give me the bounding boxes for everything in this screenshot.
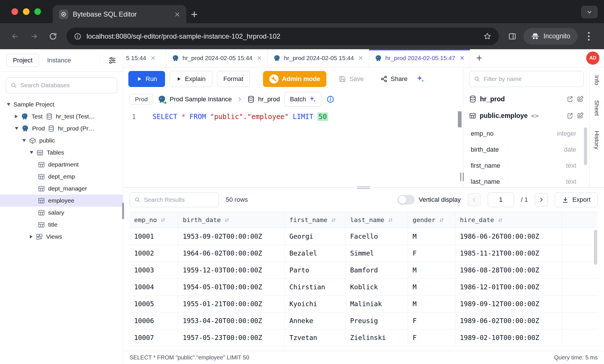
bookmark-star-icon[interactable] — [483, 32, 491, 40]
maximize-window-button[interactable] — [34, 8, 41, 15]
column-header[interactable]: gender — [408, 212, 455, 228]
back-button[interactable] — [7, 29, 23, 44]
tree-item-tables-group[interactable]: Tables — [0, 147, 123, 159]
tree-item-table-salary[interactable]: salary — [0, 207, 123, 219]
search-databases-input[interactable] — [20, 82, 112, 89]
results-search-box[interactable] — [130, 192, 219, 207]
user-avatar[interactable]: AD — [586, 52, 599, 65]
vertical-display-toggle[interactable] — [397, 195, 415, 205]
run-button[interactable]: Run — [128, 71, 165, 87]
editor-scrollbar[interactable] — [458, 111, 462, 127]
close-worksheet-icon[interactable]: × — [151, 54, 155, 62]
share-button[interactable]: Share — [377, 71, 411, 87]
browser-tab[interactable]: Bytebase SQL Editor × — [53, 5, 186, 23]
column-row[interactable]: birth_date date — [463, 142, 589, 158]
table-row[interactable]: 10003 1959-12-03T00:00:00Z Parto Bamford… — [130, 262, 598, 279]
close-worksheet-icon[interactable]: × — [460, 54, 464, 62]
export-button[interactable]: Export — [555, 192, 598, 207]
tab-search-button[interactable] — [581, 6, 598, 18]
tree-item-prod-db[interactable]: Prod hr_prod (Pr… — [0, 122, 123, 134]
filter-box[interactable] — [469, 71, 584, 87]
search-results-input[interactable] — [144, 196, 214, 203]
column-header[interactable]: emp_no — [130, 212, 178, 228]
table-row[interactable]: 10002 1964-06-02T00:00:00Z Bezalel Simme… — [130, 245, 598, 262]
tree-item-table-employee[interactable]: employee — [0, 195, 123, 207]
instance-item[interactable]: Prod Sample Instance — [158, 95, 232, 104]
table-row[interactable]: 10005 1955-01-21T00:00:00Z Kyoichi Malin… — [130, 296, 598, 312]
column-header[interactable]: birth_date — [178, 212, 285, 228]
column-header[interactable]: first_name — [285, 212, 346, 228]
close-tab-icon[interactable]: × — [174, 10, 180, 19]
tree-item-test-db[interactable]: Test hr_test (Test… — [0, 110, 123, 122]
side-panel-button[interactable] — [505, 29, 520, 44]
filter-settings-icon[interactable] — [108, 56, 117, 65]
forward-button[interactable] — [26, 29, 42, 44]
page-number-input[interactable] — [488, 192, 514, 207]
sort-icon[interactable] — [439, 217, 444, 223]
schema-database-row[interactable]: hr_prod — [463, 91, 589, 107]
table-row[interactable]: 10001 1953-09-02T00:00:00Z Georgi Facell… — [130, 228, 598, 245]
sort-icon[interactable] — [331, 217, 336, 223]
sort-icon[interactable] — [160, 217, 166, 223]
worksheet-tab[interactable]: hr_prod 2024-02-05 15:44 × — [166, 49, 268, 67]
column-header[interactable]: hire_date — [455, 212, 562, 228]
environment-chip[interactable]: Prod — [130, 94, 153, 105]
reload-button[interactable] — [45, 29, 61, 44]
column-row[interactable]: first_name text — [463, 158, 589, 174]
ai-assistant-icon[interactable] — [416, 75, 425, 83]
close-worksheet-icon[interactable]: × — [358, 54, 363, 62]
worksheet-tab-active[interactable]: hr_prod 2024-02-05 15:47 × — [369, 49, 470, 67]
previous-page-button[interactable] — [468, 193, 481, 206]
tree-item-table-title[interactable]: title — [0, 219, 123, 231]
column-row[interactable]: emp_no integer — [463, 126, 589, 142]
format-button[interactable]: Format — [217, 71, 250, 87]
column-row[interactable]: last_name text — [463, 174, 589, 187]
minimize-window-button[interactable] — [23, 8, 30, 15]
address-bar[interactable]: localhost:8080/sql-editor/prod-sample-in… — [66, 27, 499, 45]
browser-menu-button[interactable] — [581, 29, 597, 44]
sort-icon[interactable] — [388, 217, 393, 223]
database-item[interactable]: hr_prod — [247, 96, 280, 103]
sort-icon[interactable] — [224, 217, 230, 223]
panel-resize-handle[interactable] — [460, 173, 464, 181]
table-row[interactable]: 10006 1953-04-20T00:00:00Z Anneke Preusi… — [130, 312, 598, 329]
tree-item-project[interactable]: Sample Project — [0, 98, 123, 110]
site-info-icon[interactable] — [74, 33, 81, 40]
schema-table-row[interactable]: public.employe <> — [463, 107, 589, 124]
explain-button[interactable]: Explain — [170, 71, 212, 87]
sort-icon[interactable] — [497, 217, 503, 223]
save-button[interactable]: Save — [336, 71, 367, 87]
tab-info[interactable]: Info — [593, 75, 600, 85]
sql-editor[interactable]: 1 SELECT * FROM "public"."employee" LIMI… — [123, 108, 463, 187]
info-icon[interactable] — [326, 95, 334, 103]
tree-item-table-dept-manager[interactable]: dept_manager — [0, 183, 123, 195]
tree-item-schema-public[interactable]: public — [0, 134, 123, 147]
admin-mode-button[interactable]: Admin mode — [263, 71, 326, 87]
tree-item-table-dept-emp[interactable]: dept_emp — [0, 171, 123, 183]
worksheet-tab[interactable]: hr_prod 2024-02-05 15:44 × — [268, 49, 369, 67]
close-window-button[interactable] — [11, 8, 18, 15]
external-link-icon[interactable] — [566, 96, 573, 102]
tree-item-views-group[interactable]: Views — [0, 231, 123, 243]
tab-history[interactable]: History — [593, 131, 600, 149]
tab-sheet[interactable]: Sheet — [593, 100, 600, 116]
results-scrollbar[interactable] — [594, 230, 597, 265]
close-worksheet-icon[interactable]: × — [257, 54, 262, 62]
tree-item-table-department[interactable]: department — [0, 159, 123, 171]
edit-icon[interactable] — [577, 96, 584, 102]
column-header[interactable]: last_name — [346, 212, 408, 228]
tab-instance[interactable]: Instance — [47, 57, 71, 64]
database-search-box[interactable] — [6, 77, 117, 93]
batch-button[interactable]: Batch — [285, 92, 322, 107]
next-page-button[interactable] — [535, 193, 548, 206]
filter-by-name-input[interactable] — [484, 76, 579, 82]
worksheet-tab-partial[interactable]: 5 15:44 × — [123, 49, 166, 67]
add-worksheet-button[interactable]: + — [470, 49, 488, 67]
panel-splitter-handle[interactable] — [354, 185, 373, 190]
tab-project[interactable]: Project — [6, 54, 39, 67]
edit-icon[interactable] — [577, 112, 584, 119]
table-row[interactable]: 10007 1957-05-23T00:00:00Z Tzvetan Zieli… — [130, 329, 598, 346]
new-tab-button[interactable]: + — [186, 6, 202, 22]
column-list-scrollbar[interactable] — [584, 127, 587, 165]
table-row[interactable]: 10004 1954-05-01T00:00:00Z Chirstian Kob… — [130, 279, 598, 296]
